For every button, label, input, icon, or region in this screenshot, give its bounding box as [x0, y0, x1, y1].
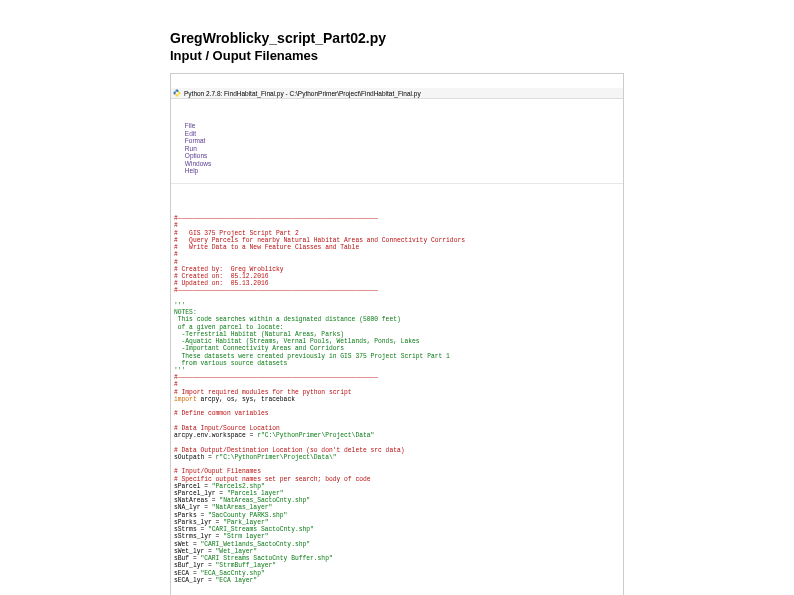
code-line: NOTES: — [174, 309, 197, 316]
code-line: # Created on: 05.12.2016 — [174, 273, 268, 280]
code-line: This code searches within a designated d… — [174, 316, 401, 323]
code-line: sBuf = "CARI Streams SactoCnty Buffer.sh… — [174, 555, 333, 562]
code-line: -Important Connectivity Areas and Corrid… — [174, 345, 344, 352]
code-line: sWet_lyr = "Wet_layer" — [174, 548, 257, 555]
code-line: # Created by: Greg Wroblicky — [174, 266, 284, 273]
code-line: #───────────────────────────────────────… — [174, 287, 378, 294]
menu-file[interactable]: File — [185, 122, 195, 129]
code-line: sBuf_lyr = "StrmBuff_layer" — [174, 562, 276, 569]
code-line: ''' — [174, 367, 185, 374]
code-line: # Write Data to a New Feature Classes an… — [174, 244, 359, 251]
code-line: #───────────────────────────────────────… — [174, 215, 378, 222]
code-line: # Updated on: 05.13.2016 — [174, 280, 268, 287]
window-titlebar: Python 2.7.8: FindHabitat_Final.py - C:\… — [171, 88, 623, 99]
code-line: -Terrestrial Habitat (Natural Areas, Par… — [174, 331, 344, 338]
code-line: sParcel_lyr = "Parcels layer" — [174, 490, 284, 497]
code-line: of a given parcel to locate: — [174, 324, 284, 331]
menu-edit[interactable]: Edit — [185, 130, 196, 137]
code-area[interactable]: #───────────────────────────────────────… — [171, 206, 623, 593]
code-line: # Define common variables — [174, 410, 268, 417]
code-line: sECA_lyr = "ECA layer" — [174, 577, 257, 584]
code-line: #───────────────────────────────────────… — [174, 374, 378, 381]
code-line: ''' — [174, 302, 185, 309]
menu-run[interactable]: Run — [185, 145, 197, 152]
code-line: # Data Output/Destination Location (so d… — [174, 447, 405, 454]
menu-format[interactable]: Format — [185, 137, 206, 144]
code-line: These datasets were created previously i… — [174, 353, 450, 360]
code-line: sParks_lyr = "Park_layer" — [174, 519, 268, 526]
code-line: import arcpy, os, sys, traceback — [174, 396, 295, 403]
code-line: -Aquatic Habitat (Streams, Vernal Pools,… — [174, 338, 420, 345]
code-line: # — [174, 381, 178, 388]
code-line: # Specific output names set per search; … — [174, 476, 371, 483]
page-title-2: Input / Ouput Filenames — [170, 48, 624, 63]
code-line: sWet = "CARI_Wetlands_SactoCnty.shp" — [174, 541, 310, 548]
code-line: # — [174, 259, 178, 266]
idle-editor-window: Python 2.7.8: FindHabitat_Final.py - C:\… — [170, 73, 624, 595]
code-line: # GIS 375 Project Script Part 2 — [174, 230, 299, 237]
code-line: # Import required modules for the python… — [174, 389, 352, 396]
code-line: # — [174, 251, 178, 258]
code-line: sParks = "SacCounty PARKS.shp" — [174, 512, 287, 519]
code-line: sNatAreas = "NatAreas_SactoCnty.shp" — [174, 497, 310, 504]
page-title-1: GregWroblicky_script_Part02.py — [170, 30, 624, 46]
python-icon — [173, 89, 181, 97]
code-line: sParcel = "Parcels2.shp" — [174, 483, 265, 490]
code-line: # — [174, 222, 178, 229]
menu-options[interactable]: Options — [185, 152, 207, 159]
menu-help[interactable]: Help — [185, 167, 198, 174]
code-line: # Query Parcels for nearby Natural Habit… — [174, 237, 465, 244]
code-line: sStrms = "CARI_Streams SactoCnty.shp" — [174, 526, 314, 533]
code-line: from various source datasets — [174, 360, 287, 367]
menu-windows[interactable]: Windows — [185, 160, 211, 167]
code-line: sOutpath = r"C:\PythonPrimer\Project\Dat… — [174, 454, 337, 461]
code-line: # Input/Ouput Filenames — [174, 468, 261, 475]
menubar[interactable]: File Edit Format Run Options Windows Hel… — [171, 114, 623, 184]
code-line: arcpy.env.workspace = r"C:\PythonPrimer\… — [174, 432, 374, 439]
code-line: sStrms_lyr = "Strm layer" — [174, 533, 268, 540]
code-line: sECA = "ECA_SacCnty.shp" — [174, 570, 265, 577]
code-line: sNA_lyr = "NatAreas_layer" — [174, 504, 272, 511]
window-title: Python 2.7.8: FindHabitat_Final.py - C:\… — [184, 90, 421, 97]
code-line: # Data Input/Source Location — [174, 425, 280, 432]
